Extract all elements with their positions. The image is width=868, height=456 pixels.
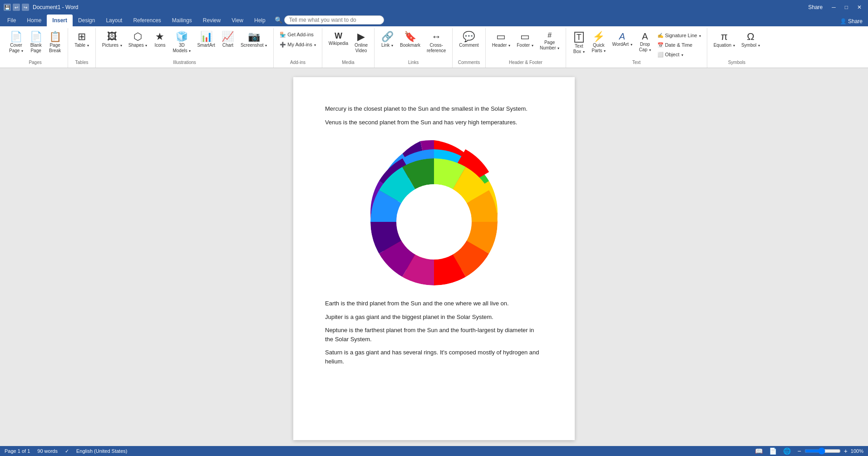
paragraph-1[interactable]: Mercury is the closest planet to the Sun… [325,104,543,113]
title-bar-quick-access: 💾 ↩ ↪ [4,4,29,11]
get-addins-button[interactable]: 🏪 Get Add-ins [277,30,318,39]
object-button[interactable]: ⬜ Object ▾ [655,50,703,59]
save-icon[interactable]: 💾 [4,4,11,11]
page-break-button[interactable]: 📋 PageBreak [46,30,64,59]
tab-file[interactable]: File [2,15,21,26]
blank-page-button[interactable]: 📄 BlankPage [27,30,45,59]
online-video-button[interactable]: ▶ OnlineVideo [352,30,370,59]
redo-icon[interactable]: ↪ [22,4,29,11]
comment-icon: 💬 [463,32,475,42]
my-addins-button[interactable]: ➕ My Add-ins ▾ [277,40,318,49]
wikipedia-button[interactable]: W Wikipedia [326,30,351,59]
ribbon-group-tables: ⊞ Table ▾ Tables [68,28,96,68]
screenshot-icon: 📷 [248,32,260,42]
color-wheel-main [366,154,502,290]
paragraph-earth[interactable]: Earth is the third planet from the Sun a… [325,299,543,308]
text-box-icon: T [574,32,584,43]
wikipedia-icon: W [335,32,342,40]
equation-button[interactable]: π Equation ▾ [711,30,738,59]
smartart-icon: 📊 [200,32,212,42]
tab-mailings[interactable]: Mailings [167,15,197,26]
pictures-button[interactable]: 🖼 Pictures ▾ [99,30,125,59]
icons-button[interactable]: ★ Icons [151,30,169,59]
table-button[interactable]: ⊞ Table ▾ [72,30,92,59]
wordart-icon: A [619,32,625,41]
ribbon-group-media: W Wikipedia ▶ OnlineVideo Media [322,28,375,68]
quick-parts-button[interactable]: ⚡ QuickParts ▾ [589,30,608,59]
media-items: W Wikipedia ▶ OnlineVideo [326,30,370,59]
ribbon-group-text: T TextBox ▾ ⚡ QuickParts ▾ A WordArt ▾ A… [566,28,707,68]
text-box-button[interactable]: T TextBox ▾ [570,30,588,59]
ribbon-group-addins: 🏪 Get Add-ins ➕ My Add-ins ▾ Add-ins [274,28,322,68]
smartart-button[interactable]: 📊 SmartArt [194,30,217,59]
share-ribbon-button[interactable]: 👤 Share [834,18,868,26]
paragraph-jupiter[interactable]: Jupiter is a gas giant and the biggest p… [325,313,543,322]
paragraph-saturn[interactable]: Saturn is a gas giant and has several ri… [325,348,543,366]
tab-design[interactable]: Design [73,15,100,26]
status-left: Page 1 of 1 90 words ✓ English (United S… [5,448,127,454]
drop-cap-button[interactable]: A DropCap ▾ [636,30,654,59]
footer-button[interactable]: ▭ Footer ▾ [514,30,536,59]
cover-page-button[interactable]: 📄 CoverPage ▾ [6,30,26,59]
link-icon: 🔗 [381,32,394,42]
equation-icon: π [721,32,728,42]
date-time-button[interactable]: 📅 Date & Time [655,40,703,49]
wordart-button[interactable]: A WordArt ▾ [609,30,635,59]
document-area: Mercury is the closest planet to the Sun… [0,68,868,446]
header-button[interactable]: ▭ Header ▾ [489,30,513,59]
tab-review[interactable]: Review [197,15,226,26]
3d-models-button[interactable]: 🧊 3DModels ▾ [170,30,193,59]
close-button[interactable]: ✕ [854,3,864,11]
tab-layout[interactable]: Layout [100,15,128,26]
online-video-icon: ▶ [357,32,365,42]
footer-icon: ▭ [520,32,530,42]
tab-home[interactable]: Home [21,15,47,26]
page-break-icon: 📋 [49,32,61,42]
symbol-button[interactable]: Ω Symbol ▾ [739,30,763,59]
share-button[interactable]: Share [805,3,825,11]
media-group-label: Media [342,60,354,66]
header-footer-group-label: Header & Footer [509,60,542,66]
links-group-label: Links [408,60,419,66]
cover-page-icon: 📄 [10,32,22,42]
zoom-slider[interactable] [804,447,841,455]
paragraph-neptune[interactable]: Neptune is the farthest planet from the … [325,326,543,343]
screenshot-button[interactable]: 📷 Screenshot ▾ [238,30,270,59]
zoom-out-button[interactable]: − [796,447,802,455]
tab-help[interactable]: Help [249,15,271,26]
my-addins-icon: ➕ [280,42,286,48]
maximize-button[interactable]: □ [842,3,851,11]
link-button[interactable]: 🔗 Link ▾ [378,30,396,59]
zoom-in-button[interactable]: + [843,447,849,455]
tab-insert[interactable]: Insert [47,15,73,26]
shapes-button[interactable]: ⬡ Shapes ▾ [126,30,150,59]
document-page[interactable]: Mercury is the closest planet to the Sun… [293,77,575,440]
page-info: Page 1 of 1 [5,448,30,454]
minimize-button[interactable]: ─ [829,3,838,11]
tables-items: ⊞ Table ▾ [72,30,92,59]
web-layout-button[interactable]: 🌐 [782,447,792,455]
signature-line-button[interactable]: ✍ Signature Line ▾ [655,31,703,40]
ribbon-group-symbols: π Equation ▾ Ω Symbol ▾ Symbols [707,28,766,68]
title-bar: 💾 ↩ ↪ Document1 - Word Share ─ □ ✕ [0,0,868,15]
read-mode-button[interactable]: 📖 [754,447,764,455]
date-time-icon: 📅 [657,42,664,48]
ribbon-group-illustrations: 🖼 Pictures ▾ ⬡ Shapes ▾ ★ Icons 🧊 3DMode… [96,28,274,68]
undo-icon[interactable]: ↩ [13,4,20,11]
print-layout-button[interactable]: 📄 [768,447,778,455]
language: English (United States) [76,448,128,454]
tab-references[interactable]: References [128,15,166,26]
symbols-group-label: Symbols [728,60,745,66]
bookmark-button[interactable]: 🔖 Bookmark [397,30,423,59]
cross-reference-button[interactable]: ↔ Cross-reference [424,30,449,59]
paragraph-2[interactable]: Venus is the second planet from the Sun … [325,118,543,127]
symbols-items: π Equation ▾ Ω Symbol ▾ [711,30,763,59]
ribbon-search-input[interactable] [284,15,384,25]
comment-button[interactable]: 💬 Comment [456,30,481,59]
ribbon-group-links: 🔗 Link ▾ 🔖 Bookmark ↔ Cross-reference Li… [375,28,453,68]
tab-view[interactable]: View [226,15,249,26]
addins-group-label: Add-ins [290,60,306,66]
language-icon: ✓ [65,448,69,454]
chart-button[interactable]: 📈 Chart [219,30,237,59]
page-number-button[interactable]: # PageNumber ▾ [537,30,562,59]
